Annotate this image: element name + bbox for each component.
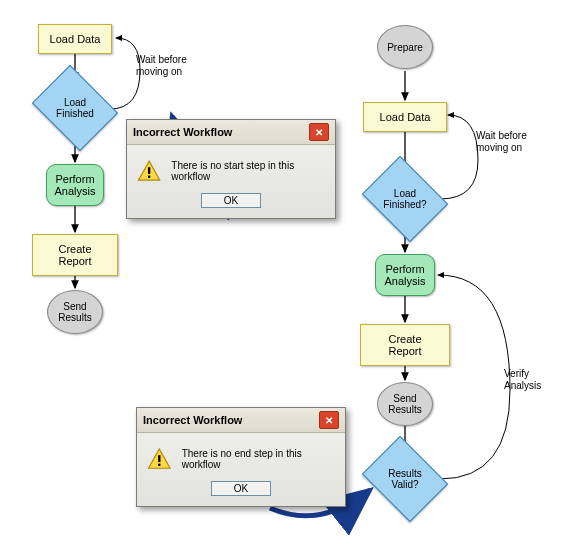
node-label: Perform Analysis [55, 173, 96, 197]
node-label: Load Data [380, 111, 431, 123]
node-label: Load Finished [41, 82, 109, 134]
node-label: Send Results [388, 393, 421, 415]
action-perform-analysis-right: Perform Analysis [375, 254, 435, 296]
node-label: Perform Analysis [385, 263, 426, 287]
dialog-incorrect-workflow-bottom: Incorrect Workflow ✕ There is no end ste… [136, 407, 346, 507]
node-label: Create Report [371, 333, 439, 357]
action-perform-analysis-left: Perform Analysis [46, 164, 104, 206]
warning-icon [137, 159, 161, 183]
dialog-title-text: Incorrect Workflow [133, 126, 232, 138]
ok-button[interactable]: OK [201, 193, 261, 208]
process-create-report-left: Create Report [32, 234, 118, 276]
loop-label-wait-right: Wait before moving on [476, 130, 527, 154]
node-label: Results Valid? [371, 453, 439, 505]
process-create-report-right: Create Report [360, 324, 450, 366]
svg-rect-11 [148, 176, 150, 178]
loop-label-left: Wait before moving on [136, 54, 187, 78]
decision-load-finished-right: Load Finished? [371, 173, 439, 225]
dialog-message: There is no end step in this workflow [182, 448, 335, 470]
terminator-send-results-left: Send Results [47, 290, 103, 334]
dialog-message: There is no start step in this workflow [171, 160, 325, 182]
terminator-send-results-right: Send Results [377, 382, 433, 426]
node-label: Create Report [43, 243, 107, 267]
dialog-title-text: Incorrect Workflow [143, 414, 242, 426]
loop-label-verify: Verify Analysis [504, 368, 541, 392]
warning-icon [147, 447, 172, 471]
terminator-prepare: Prepare [377, 25, 433, 69]
decision-results-valid: Results Valid? [371, 453, 439, 505]
ok-button[interactable]: OK [211, 481, 271, 496]
node-label: Prepare [387, 42, 423, 53]
process-load-data-left: Load Data [38, 24, 112, 54]
close-icon[interactable]: ✕ [319, 411, 339, 429]
process-load-data-right: Load Data [363, 102, 447, 132]
node-label: Load Finished? [371, 173, 439, 225]
node-label: Send Results [58, 301, 91, 323]
svg-rect-10 [148, 167, 150, 174]
svg-rect-13 [158, 464, 160, 466]
decision-load-finished-left: Load Finished [41, 82, 109, 134]
dialog-titlebar: Incorrect Workflow ✕ [137, 408, 345, 433]
node-label: Load Data [50, 33, 101, 45]
dialog-titlebar: Incorrect Workflow ✕ [127, 120, 335, 145]
close-icon[interactable]: ✕ [309, 123, 329, 141]
dialog-incorrect-workflow-top: Incorrect Workflow ✕ There is no start s… [126, 119, 336, 219]
svg-rect-12 [158, 455, 160, 462]
